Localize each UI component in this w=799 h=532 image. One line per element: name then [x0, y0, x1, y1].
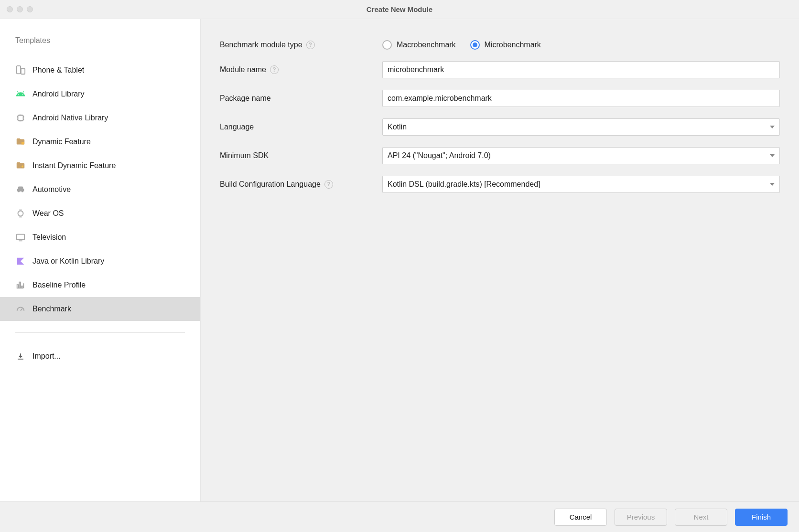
sidebar-item-label: Automotive — [32, 185, 71, 194]
sidebar-item-import[interactable]: Import... — [0, 344, 200, 368]
svg-rect-3 — [22, 142, 24, 145]
sidebar-item-label: Benchmark — [32, 305, 71, 313]
window-controls — [7, 6, 33, 12]
sidebar-item-television[interactable]: Television — [0, 225, 200, 249]
sidebar-item-benchmark[interactable]: Benchmark — [0, 297, 200, 321]
module_name-input[interactable] — [382, 61, 780, 78]
phone-tablet-icon — [15, 65, 26, 75]
sidebar-item-phone-tablet[interactable]: Phone & Tablet — [0, 58, 200, 82]
radio-icon — [470, 40, 480, 50]
sidebar-item-label: Android Library — [32, 90, 85, 98]
car-icon — [15, 184, 26, 195]
form-label: Minimum SDK — [220, 151, 269, 160]
sidebar-item-label: Television — [32, 233, 66, 242]
sidebar-item-android-library[interactable]: Android Library — [0, 82, 200, 106]
benchmark-icon — [15, 304, 26, 314]
radio-label: Macrobenchmark — [397, 41, 456, 49]
titlebar: Create New Module — [0, 0, 799, 19]
package_name-input[interactable] — [382, 90, 780, 107]
build_config_lang-select[interactable]: Kotlin DSL (build.gradle.kts) [Recommend… — [382, 176, 780, 193]
svg-rect-0 — [17, 66, 21, 74]
form-label: Build Configuration Language — [220, 180, 321, 189]
android-icon — [15, 89, 26, 99]
watch-icon — [15, 208, 26, 219]
form-row-module_name: Module name? — [220, 61, 780, 78]
next-button[interactable]: Next — [675, 509, 727, 526]
folder-dyn-icon — [15, 137, 26, 147]
form-area: Benchmark module type?MacrobenchmarkMicr… — [201, 19, 799, 501]
form-row-min_sdk: Minimum SDKAPI 24 ("Nougat"; Android 7.0… — [220, 147, 780, 164]
svg-rect-2 — [18, 116, 23, 121]
form-row-language: LanguageKotlin — [220, 118, 780, 136]
sidebar-item-wear-os[interactable]: Wear OS — [0, 202, 200, 225]
form-label: Package name — [220, 94, 271, 103]
sidebar-item-automotive[interactable]: Automotive — [0, 178, 200, 202]
tv-icon — [15, 232, 26, 243]
sidebar-item-dynamic-feature[interactable]: Dynamic Feature — [0, 130, 200, 154]
form-row-benchmark_type: Benchmark module type?MacrobenchmarkMicr… — [220, 40, 780, 50]
svg-rect-5 — [17, 234, 25, 240]
chip-icon — [15, 113, 26, 123]
help-icon[interactable]: ? — [270, 65, 279, 74]
dialog-footer: Cancel Previous Next Finish — [0, 501, 799, 532]
minimize-window-icon[interactable] — [17, 6, 23, 12]
sidebar-item-label: Wear OS — [32, 209, 64, 218]
help-icon[interactable]: ? — [306, 41, 315, 49]
select-value: Kotlin DSL (build.gradle.kts) [Recommend… — [388, 180, 540, 189]
cancel-button[interactable]: Cancel — [554, 509, 607, 526]
kotlin-icon — [15, 256, 26, 266]
sidebar-item-label: Android Native Library — [32, 114, 108, 122]
templates-sidebar: Templates Phone & TabletAndroid LibraryA… — [0, 19, 201, 501]
radio-label: Microbenchmark — [485, 41, 541, 49]
min_sdk-select[interactable]: API 24 ("Nougat"; Android 7.0) — [382, 147, 780, 164]
form-row-build_config_lang: Build Configuration Language?Kotlin DSL … — [220, 176, 780, 193]
sidebar-item-baseline-profile[interactable]: Baseline Profile — [0, 273, 200, 297]
select-value: Kotlin — [388, 123, 407, 131]
form-label: Benchmark module type — [220, 41, 302, 49]
sidebar-item-android-native-library[interactable]: Android Native Library — [0, 106, 200, 130]
radio-icon — [382, 40, 392, 50]
form-label: Language — [220, 123, 254, 131]
sidebar-heading: Templates — [0, 36, 200, 58]
form-label: Module name — [220, 65, 266, 74]
form-row-package_name: Package name — [220, 90, 780, 107]
sidebar-item-instant-dynamic-feature[interactable]: Instant Dynamic Feature — [0, 154, 200, 178]
folder-instant-icon — [15, 160, 26, 171]
sidebar-item-java-or-kotlin-library[interactable]: Java or Kotlin Library — [0, 249, 200, 273]
sidebar-item-label: Baseline Profile — [32, 281, 86, 289]
sidebar-divider — [15, 332, 185, 333]
benchmark_type-option-macrobenchmark[interactable]: Macrobenchmark — [382, 40, 456, 50]
zoom-window-icon[interactable] — [27, 6, 33, 12]
window-title: Create New Module — [367, 5, 432, 13]
sidebar-item-label: Instant Dynamic Feature — [32, 161, 116, 170]
benchmark_type-option-microbenchmark[interactable]: Microbenchmark — [470, 40, 541, 50]
svg-rect-1 — [21, 68, 25, 74]
import-icon — [15, 351, 26, 362]
baseline-icon — [15, 280, 26, 290]
close-window-icon[interactable] — [7, 6, 13, 12]
help-icon[interactable]: ? — [324, 180, 333, 189]
sidebar-item-label: Dynamic Feature — [32, 138, 91, 146]
finish-button[interactable]: Finish — [735, 509, 788, 526]
language-select[interactable]: Kotlin — [382, 118, 780, 136]
svg-point-4 — [18, 211, 23, 216]
select-value: API 24 ("Nougat"; Android 7.0) — [388, 151, 491, 160]
sidebar-item-label: Import... — [32, 352, 61, 361]
previous-button[interactable]: Previous — [615, 509, 667, 526]
sidebar-item-label: Phone & Tablet — [32, 66, 84, 74]
benchmark_type-radio-group: MacrobenchmarkMicrobenchmark — [382, 40, 780, 50]
sidebar-item-label: Java or Kotlin Library — [32, 257, 104, 266]
